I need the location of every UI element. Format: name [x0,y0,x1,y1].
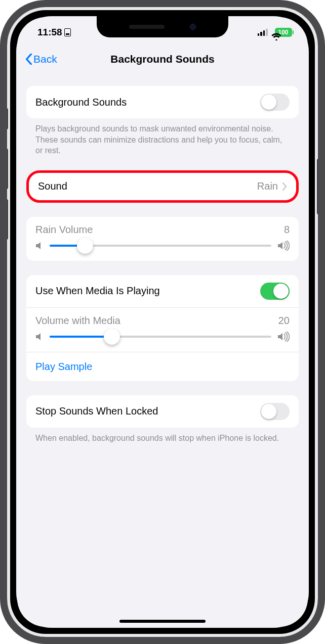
status-left: 11:58 [37,27,71,38]
background-sounds-row[interactable]: Background Sounds [26,86,299,118]
media-volume-slider[interactable] [50,336,271,338]
use-when-media-toggle[interactable] [260,283,290,300]
front-camera [190,24,196,30]
row-label: Sound [38,180,257,192]
iphone-device-frame: 11:58 100 Back Background Sounds Backgro… [0,0,325,644]
media-group: Use When Media Is Playing Volume with Me… [26,275,299,381]
volume-high-icon [277,241,290,251]
volume-with-media-row[interactable]: Volume with Media 20 [26,307,299,352]
slider-thumb[interactable] [77,238,93,254]
background-sounds-group: Background Sounds [26,86,299,118]
stop-sounds-footer: When enabled, background sounds will sto… [26,428,299,444]
screen: 11:58 100 Back Background Sounds Backgro… [16,16,309,628]
chevron-right-icon [282,182,287,191]
status-right: 100 [258,28,294,37]
back-button[interactable]: Back [25,53,57,65]
sound-row[interactable]: Sound Rain [29,173,296,200]
rain-volume-slider[interactable] [50,245,271,247]
play-sample-label: Play Sample [35,361,92,373]
background-sounds-footer: Plays background sounds to mask unwanted… [26,118,299,156]
chevron-left-icon [25,54,32,65]
slider-thumb[interactable] [104,329,120,345]
page-title: Background Sounds [110,53,214,65]
rain-volume-group: Rain Volume 8 [26,217,299,261]
volume-down-button [5,199,8,240]
clock: 11:58 [37,27,62,38]
play-sample-button[interactable]: Play Sample [26,352,299,381]
stop-sounds-row[interactable]: Stop Sounds When Locked [26,395,299,428]
stop-sounds-toggle[interactable] [260,403,290,420]
slider-value: 8 [284,224,290,236]
volume-high-icon [277,332,290,342]
speaker-grille [129,25,165,29]
row-label: Background Sounds [35,97,260,108]
row-label: Stop Sounds When Locked [35,405,260,417]
use-when-media-row[interactable]: Use When Media Is Playing [26,275,299,307]
volume-up-button [5,149,8,189]
mute-switch [5,108,8,129]
cellular-signal-icon [258,29,268,36]
back-label: Back [33,53,57,65]
sound-value: Rain [257,180,278,192]
volume-low-icon [35,332,44,341]
slider-value: 20 [278,315,290,327]
home-indicator[interactable] [119,620,206,623]
settings-content[interactable]: Background Sounds Plays background sound… [16,73,309,628]
stop-sounds-group: Stop Sounds When Locked [26,395,299,428]
side-button [317,159,320,214]
portrait-lock-icon [64,28,71,36]
rain-volume-row[interactable]: Rain Volume 8 [26,217,299,261]
notch [97,16,228,37]
volume-low-icon [35,241,44,250]
row-label: Use When Media Is Playing [35,285,260,297]
slider-label: Volume with Media [35,315,120,327]
sound-group-highlighted: Sound Rain [26,170,299,203]
slider-label: Rain Volume [35,224,93,236]
background-sounds-toggle[interactable] [260,94,290,111]
navigation-bar: Back Background Sounds [16,45,309,73]
